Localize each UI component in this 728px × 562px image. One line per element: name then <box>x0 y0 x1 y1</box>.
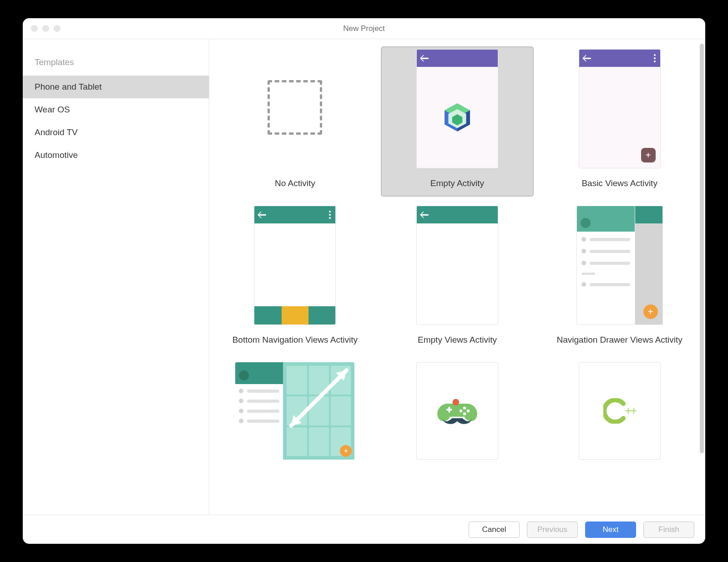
window-controls <box>23 25 61 32</box>
template-thumbnail: + <box>579 49 661 168</box>
svg-point-8 <box>453 399 459 405</box>
minimize-icon[interactable] <box>42 25 49 32</box>
sidebar-item-android-tv[interactable]: Android TV <box>23 121 209 144</box>
fab-add-icon: + <box>641 148 656 162</box>
appbar-icon <box>579 50 660 67</box>
svg-point-11 <box>463 406 466 409</box>
template-bottom-navigation-views-activity[interactable]: Bottom Navigation Views Activity <box>218 203 372 353</box>
next-button[interactable]: Next <box>585 521 636 538</box>
template-empty-views-activity[interactable]: Empty Views Activity <box>381 203 534 353</box>
template-thumbnail <box>254 49 336 168</box>
zoom-icon[interactable] <box>54 25 61 32</box>
template-thumbnail: + <box>235 362 354 460</box>
templates-grid: No Activity <box>218 46 696 478</box>
new-project-window: New Project Templates Phone and Tablet W… <box>23 18 705 544</box>
template-label: Navigation Drawer Views Activity <box>557 335 682 345</box>
template-native-cpp[interactable]: ++ <box>543 359 696 478</box>
dashed-placeholder-icon <box>268 80 322 135</box>
sidebar-item-automotive[interactable]: Automotive <box>23 144 209 167</box>
svg-point-12 <box>467 410 470 412</box>
svg-rect-10 <box>448 407 450 413</box>
back-arrow-icon <box>259 211 267 219</box>
fab-add-icon: + <box>643 304 658 319</box>
template-empty-activity[interactable]: Empty Activity <box>381 46 534 197</box>
back-arrow-icon <box>421 211 430 219</box>
template-basic-views-activity[interactable]: + Basic Views Activity <box>543 46 696 197</box>
template-label: Basic Views Activity <box>581 178 657 188</box>
templates-pane[interactable]: No Activity <box>209 39 705 515</box>
bottom-nav-icon <box>254 306 335 324</box>
cancel-button[interactable]: Cancel <box>469 521 520 538</box>
appbar-icon <box>254 206 335 223</box>
svg-point-13 <box>463 412 466 415</box>
template-responsive-views-activity[interactable]: + <box>218 359 372 478</box>
template-label: Bottom Navigation Views Activity <box>233 335 358 345</box>
svg-point-14 <box>460 410 462 412</box>
template-thumbnail <box>416 206 498 325</box>
template-thumbnail: ++ <box>579 362 661 460</box>
templates-sidebar: Templates Phone and Tablet Wear OS Andro… <box>23 39 209 515</box>
appbar-icon <box>417 206 498 223</box>
sidebar-header: Templates <box>23 57 209 76</box>
sidebar-item-wear-os[interactable]: Wear OS <box>23 98 209 121</box>
dialog-body: Templates Phone and Tablet Wear OS Andro… <box>23 39 705 515</box>
template-label: No Activity <box>275 178 315 188</box>
finish-button[interactable]: Finish <box>643 521 694 538</box>
sidebar-item-phone-and-tablet[interactable]: Phone and Tablet <box>23 76 209 98</box>
resize-grid-icon: + <box>283 362 354 460</box>
template-thumbnail: + <box>576 206 663 325</box>
template-thumbnail <box>416 362 498 460</box>
game-controller-icon <box>435 395 479 427</box>
scrollbar[interactable] <box>700 44 704 453</box>
dialog-footer: Cancel Previous Next Finish <box>23 515 705 544</box>
close-icon[interactable] <box>31 25 38 32</box>
template-game-activity[interactable] <box>381 359 534 478</box>
template-thumbnail <box>254 206 336 325</box>
template-thumbnail <box>416 49 498 168</box>
titlebar: New Project <box>23 18 705 39</box>
overflow-menu-icon <box>654 54 656 62</box>
template-label: Empty Activity <box>430 178 484 188</box>
back-arrow-icon <box>584 54 592 62</box>
template-label: Empty Views Activity <box>418 335 497 345</box>
overflow-menu-icon <box>329 211 331 219</box>
compose-logo-icon <box>417 67 498 168</box>
cpp-icon: ++ <box>603 398 636 424</box>
previous-button[interactable]: Previous <box>527 521 578 538</box>
drawer-icon <box>577 206 635 324</box>
template-no-activity[interactable]: No Activity <box>218 46 372 197</box>
window-title: New Project <box>23 24 705 33</box>
back-arrow-icon <box>421 54 430 62</box>
template-navigation-drawer-views-activity[interactable]: + Navigation Drawer Views Activity <box>543 203 696 353</box>
appbar-icon <box>417 50 498 67</box>
